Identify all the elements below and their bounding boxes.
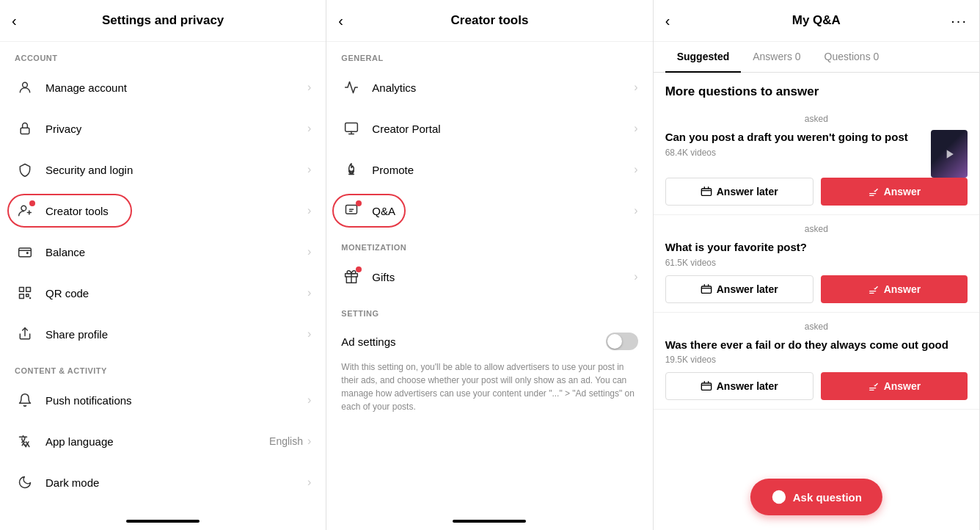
qa-panel: ‹ My Q&A ··· Suggested Answers 0 Questio… <box>654 0 980 530</box>
settings-body: ACCOUNT Manage account › Privacy › Secur… <box>0 42 326 514</box>
privacy-label: Privacy <box>45 123 307 135</box>
flame-icon <box>341 159 362 180</box>
answer-button-3[interactable]: Answer <box>821 372 968 400</box>
answer-button-2[interactable]: Answer <box>821 275 968 303</box>
qa-card-1-content: Can you post a draft you weren't going t… <box>665 130 924 165</box>
sidebar-item-content-preferences[interactable]: Content preferences › <box>0 503 326 514</box>
qa-actions-1: Answer later Answer <box>665 178 968 206</box>
qa-card-1: asked Can you post a draft you weren't g… <box>654 105 979 215</box>
setting-section-label: Setting <box>326 297 652 322</box>
chevron-icon: › <box>307 81 311 94</box>
qa-actions-2: Answer later Answer <box>665 275 968 303</box>
qa-stats-1: 68.4K videos <box>665 148 924 158</box>
sidebar-item-ad-settings[interactable]: Ad settings <box>326 322 652 360</box>
monetization-section-label: Monetization <box>326 231 652 256</box>
qa-tabs: Suggested Answers 0 Questions 0 <box>654 42 979 73</box>
translate-icon <box>15 431 35 451</box>
svg-rect-27 <box>869 390 874 391</box>
creator-tools-panel: ‹ Creator tools General Analytics › Crea… <box>326 0 653 530</box>
sidebar-item-push-notifications[interactable]: Push notifications › <box>0 380 326 421</box>
gifts-label: Gifts <box>372 271 634 283</box>
content-activity-section-label: CONTENT & ACTIVITY <box>0 355 326 380</box>
manage-account-label: Manage account <box>45 81 307 94</box>
answer-later-button-3[interactable]: Answer later <box>665 372 813 400</box>
svg-rect-6 <box>20 294 24 299</box>
qa-question-3: Was there ever a fail or do they always … <box>665 338 968 352</box>
svg-point-2 <box>21 206 26 211</box>
sidebar-item-qr-code[interactable]: QR code › <box>0 272 326 313</box>
svg-rect-1 <box>21 128 29 134</box>
svg-rect-19 <box>701 189 711 195</box>
qa-panel-inner: More questions to answer asked Can you p… <box>654 73 979 530</box>
sidebar-item-share-profile[interactable]: Share profile › <box>0 313 326 355</box>
tab-suggested[interactable]: Suggested <box>665 42 742 73</box>
answer-button-1[interactable]: Answer <box>821 178 968 206</box>
creator-tools-title: Creator tools <box>451 13 529 28</box>
svg-point-29 <box>778 500 780 501</box>
ad-settings-label: Ad settings <box>341 335 605 348</box>
chevron-icon: › <box>307 476 311 489</box>
svg-rect-21 <box>869 195 874 196</box>
qa-asked-3: asked <box>665 322 968 332</box>
settings-back-button[interactable]: ‹ <box>12 12 17 29</box>
push-notifications-label: Push notifications <box>45 394 307 407</box>
general-section-label: General <box>326 42 652 67</box>
ad-settings-description: With this setting on, you'll be able to … <box>326 360 652 425</box>
account-section-label: ACCOUNT <box>0 42 326 67</box>
chevron-icon: › <box>307 435 311 448</box>
security-label: Security and login <box>45 164 307 176</box>
qa-stats-3: 19.5K videos <box>665 355 968 365</box>
share-profile-label: Share profile <box>45 328 307 341</box>
qa-dot <box>356 200 362 206</box>
qa-label: Q&A <box>372 205 634 217</box>
svg-rect-20 <box>869 193 876 194</box>
svg-rect-12 <box>345 123 358 132</box>
chevron-icon: › <box>634 163 637 176</box>
sidebar-item-creator-tools[interactable]: Creator tools › <box>0 190 326 231</box>
sidebar-item-creator-portal[interactable]: Creator Portal › <box>326 108 652 149</box>
chevron-icon: › <box>634 204 637 217</box>
sidebar-item-manage-account[interactable]: Manage account › <box>0 67 326 108</box>
qa-question-1: Can you post a draft you weren't going t… <box>665 130 924 145</box>
creator-tools-back-button[interactable]: ‹ <box>338 12 343 29</box>
ad-settings-toggle[interactable] <box>606 333 638 350</box>
tab-questions[interactable]: Questions 0 <box>813 42 891 73</box>
svg-rect-26 <box>869 388 876 388</box>
svg-rect-22 <box>701 286 711 293</box>
answer-later-button-2[interactable]: Answer later <box>665 275 813 303</box>
qa-section-title: More questions to answer <box>654 73 979 105</box>
settings-title: Settings and privacy <box>102 13 224 28</box>
lock-icon <box>15 118 35 139</box>
shield-icon <box>15 159 35 180</box>
sidebar-item-privacy[interactable]: Privacy › <box>0 108 326 149</box>
creator-tools-header: ‹ Creator tools <box>326 0 652 42</box>
creator-tools-label: Creator tools <box>45 205 307 217</box>
sidebar-item-promote[interactable]: Promote › <box>326 149 652 190</box>
qa-more-button[interactable]: ··· <box>951 12 968 29</box>
sidebar-item-qa[interactable]: Q&A › <box>326 190 652 231</box>
moon-icon <box>15 472 35 493</box>
sidebar-item-security[interactable]: Security and login › <box>0 149 326 190</box>
tab-answers[interactable]: Answers 0 <box>741 42 812 73</box>
qa-card-3: asked Was there ever a fail or do they a… <box>654 313 979 410</box>
bottom-bar <box>453 520 526 523</box>
gift-icon <box>341 266 362 287</box>
sidebar-item-dark-mode[interactable]: Dark mode › <box>0 462 326 503</box>
promote-label: Promote <box>372 164 634 176</box>
sidebar-item-gifts[interactable]: Gifts › <box>326 256 652 297</box>
analytics-label: Analytics <box>372 81 634 94</box>
qa-title: My Q&A <box>792 13 841 28</box>
qa-body: More questions to answer asked Can you p… <box>654 73 979 410</box>
chevron-icon: › <box>307 286 311 300</box>
answer-later-button-1[interactable]: Answer later <box>665 178 813 206</box>
bell-icon <box>15 390 35 410</box>
film-icon <box>15 513 35 514</box>
sidebar-item-analytics[interactable]: Analytics › <box>326 67 652 108</box>
person-plus-icon <box>15 200 35 221</box>
settings-panel: ‹ Settings and privacy ACCOUNT Manage ac… <box>0 0 326 530</box>
settings-header: ‹ Settings and privacy <box>0 0 326 42</box>
sidebar-item-balance[interactable]: Balance › <box>0 231 326 272</box>
ask-question-button[interactable]: Ask question <box>750 479 882 515</box>
sidebar-item-app-language[interactable]: App language English › <box>0 421 326 462</box>
qa-back-button[interactable]: ‹ <box>665 12 670 29</box>
